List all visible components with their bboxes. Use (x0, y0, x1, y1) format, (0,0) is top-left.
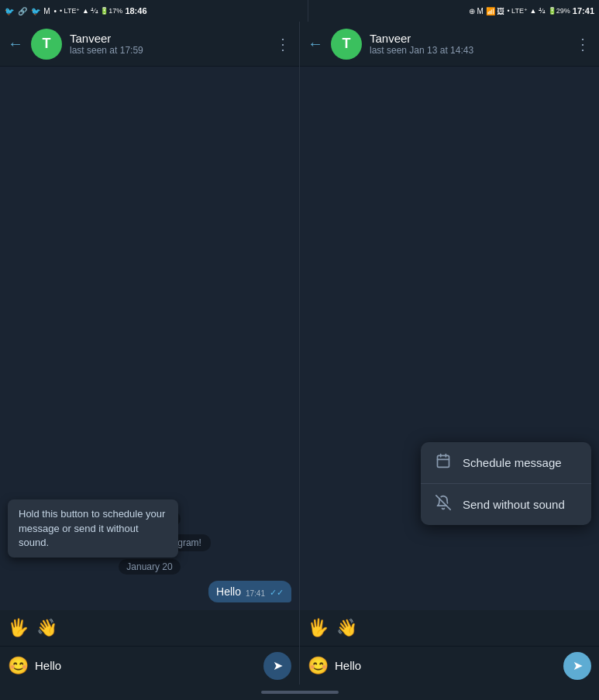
right-emoji-row: 🖐 👋 (300, 610, 599, 646)
status-right-icons: ⊕ M 📶 🖼 (469, 7, 505, 15)
status-left-signal: • LTE⁺ ▲ ⁴⁄₄ 🔋17% (60, 7, 122, 15)
right-avatar: T (331, 29, 362, 60)
status-right: ⊕ M 📶 🖼 • LTE⁺ ▲ ⁴⁄₄ 🔋29% 17:41 (464, 6, 599, 15)
status-left-icons: 🐦 🔗 🐦 M • (5, 7, 57, 15)
left-chat-info: Tanveer last seen at 17:59 (70, 32, 267, 56)
context-schedule-message[interactable]: Schedule message (421, 442, 591, 484)
left-send-icon: ➤ (273, 658, 283, 673)
left-more-button[interactable]: ⋮ (275, 35, 291, 53)
left-emoji-1[interactable]: 🖐 (8, 618, 29, 638)
left-send-button[interactable]: ➤ (263, 652, 291, 680)
right-emoji-1[interactable]: 🖐 (308, 618, 329, 638)
left-text-input[interactable] (35, 659, 257, 672)
schedule-message-label: Schedule message (463, 456, 562, 469)
left-emoji-button[interactable]: 😊 (8, 656, 29, 676)
status-right-signal: • LTE⁺ ▲ ⁴⁄₄ 🔋29% (507, 7, 570, 15)
left-message-bubble: Hello 17:41 ✓✓ (208, 581, 291, 602)
left-avatar: T (31, 29, 62, 60)
home-indicator (0, 685, 599, 700)
right-text-input[interactable] (335, 659, 557, 672)
left-date-label-2: January 20 (119, 559, 180, 575)
context-send-without-sound[interactable]: Send without sound (421, 484, 591, 525)
svg-rect-0 (438, 455, 449, 467)
right-emoji-2[interactable]: 👋 (336, 618, 357, 638)
left-input-bar: 😊 ➤ (0, 646, 299, 685)
left-bubble-ticks: ✓✓ (270, 588, 284, 598)
context-menu: Schedule message Send without sound (421, 442, 591, 525)
left-emoji-row: 🖐 👋 (0, 610, 299, 646)
left-chat-status: last seen at 17:59 (70, 45, 267, 56)
right-chat-name: Tanveer (370, 32, 567, 45)
right-back-button[interactable]: ← (308, 35, 323, 53)
left-chat-header: ← T Tanveer last seen at 17:59 ⋮ (0, 22, 299, 67)
send-without-sound-label: Send without sound (463, 498, 565, 511)
right-chat-info: Tanveer last seen Jan 13 at 14:43 (370, 32, 567, 56)
status-left: 🐦 🔗 🐦 M • • LTE⁺ ▲ ⁴⁄₄ 🔋17% 18:46 (0, 6, 152, 15)
right-chat-header: ← T Tanveer last seen Jan 13 at 14:43 ⋮ (300, 22, 599, 67)
left-panel: ← T Tanveer last seen at 17:59 ⋮ January… (0, 22, 300, 685)
status-left-time: 18:46 (125, 6, 146, 15)
right-emoji-button[interactable]: 😊 (308, 656, 329, 676)
right-panel: ← T Tanveer last seen Jan 13 at 14:43 ⋮ (300, 22, 599, 685)
status-bar: 🐦 🔗 🐦 M • • LTE⁺ ▲ ⁴⁄₄ 🔋17% 18:46 ⊕ M 📶 … (0, 0, 599, 22)
schedule-icon (435, 453, 452, 472)
panels: ← T Tanveer last seen at 17:59 ⋮ January… (0, 22, 599, 685)
left-bubble-time: 17:41 (246, 589, 265, 598)
right-input-bar: 😊 ➤ (300, 646, 599, 685)
home-bar (261, 691, 339, 694)
left-tooltip: Hold this button to schedule your messag… (8, 499, 178, 558)
status-right-time: 17:41 (573, 6, 594, 15)
left-chat-name: Tanveer (70, 32, 267, 45)
right-chat-body: Schedule message Send without sound (300, 67, 599, 610)
right-send-button[interactable]: ➤ (563, 652, 591, 680)
silent-icon (435, 495, 452, 514)
left-bubble-text: Hello (216, 585, 241, 598)
svg-line-4 (436, 496, 450, 510)
left-tooltip-text: Hold this button to schedule your messag… (19, 508, 165, 547)
right-more-button[interactable]: ⋮ (575, 35, 591, 53)
status-divider (308, 0, 308, 22)
left-emoji-2[interactable]: 👋 (36, 618, 57, 638)
left-back-button[interactable]: ← (8, 35, 23, 53)
right-send-icon: ➤ (573, 658, 583, 673)
left-chat-body: January 13 Tanveer joined Telegram! Janu… (0, 67, 299, 610)
right-chat-status: last seen Jan 13 at 14:43 (370, 45, 567, 56)
